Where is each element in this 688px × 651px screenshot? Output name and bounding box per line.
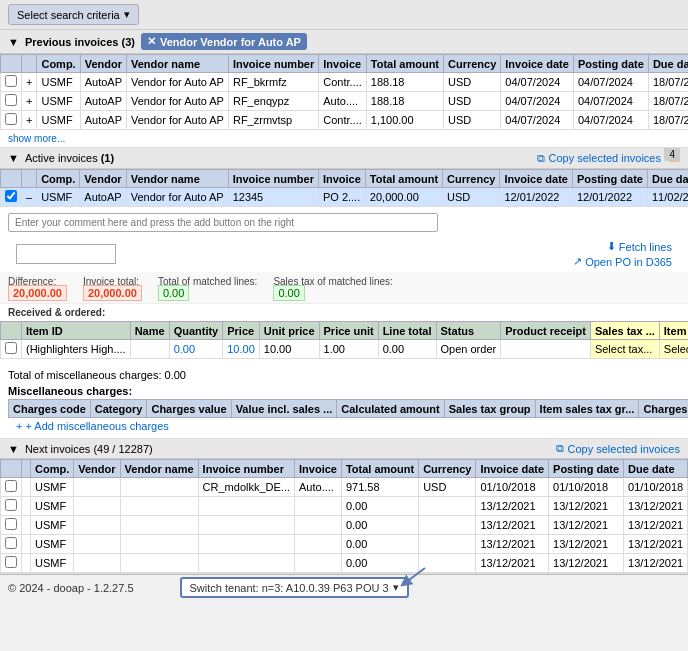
ref-number-input[interactable]: 00020550 [16,244,116,264]
next-invoice-row[interactable]: USMF0.0013/12/202113/12/202113/12/2021 [1,535,689,554]
sales-tax-item: Sales tax of matched lines: 0.00 [273,276,393,299]
active-invoice-row[interactable]: – USMF AutoAP Vendor for Auto AP 12345 P… [1,188,689,207]
item-row: (Highlighters High.... 0.00 10.00 10.00 … [1,340,689,359]
search-criteria-button[interactable]: Select search criteria ▾ [8,4,139,25]
next-cell-3 [74,535,120,554]
item-sales-tax[interactable]: Select tax... [590,340,659,359]
next-cell-11: 13/12/2021 [624,516,688,535]
next-cell-0[interactable] [1,535,22,554]
next-col-inv-num: Invoice number [198,460,294,478]
prev-invoice-row[interactable]: +USMFAutoAPVendor for Auto APRF_enqypzAu… [1,92,689,111]
cell-checkbox[interactable] [1,188,22,207]
item-col-status: Status [436,322,501,340]
col-due-date: Due date [648,55,688,73]
next-cell-6 [295,516,342,535]
next-cell-5 [198,497,294,516]
next-invoice-row[interactable]: USMFCR_mdolkk_DE...Auto....971.58USD01/1… [1,478,689,497]
prev-invoice-row[interactable]: +USMFAutoAPVendor for Auto APRF_bkrmfzCo… [1,73,689,92]
next-cell-10: 13/12/2021 [549,516,624,535]
collapse-icon[interactable]: ▼ [8,36,19,48]
next-cell-2: USMF [31,497,74,516]
next-cell-8 [419,516,476,535]
item-unit-price: 10.00 [259,340,319,359]
prev-cell-0[interactable] [1,73,22,92]
next-col-inv-date: Invoice date [476,460,549,478]
next-cell-5 [198,554,294,573]
col-invoice: Invoice [319,55,367,73]
vendor-filter-tag[interactable]: ✕ Vendor Vendor for Auto AP [141,33,307,50]
col-vendor-name: Vendor name [126,55,228,73]
previous-invoices-section: ▼ Previous invoices (3) ✕ Vendor Vendor … [0,30,688,148]
next-cell-0[interactable] [1,516,22,535]
item-table: Item ID Name Quantity Price Unit price P… [0,321,688,359]
next-invoice-row[interactable]: USMF0.0013/12/202113/12/202113/12/2021 [1,554,689,573]
filter-x-icon[interactable]: ✕ [147,35,156,48]
next-cell-7: 0.00 [341,516,418,535]
next-cell-5 [198,535,294,554]
misc-col-tax-group: Sales tax group [444,400,535,418]
col-vendor: Vendor [80,55,126,73]
search-criteria-label: Select search criteria [17,9,120,21]
item-col-qty: Quantity [169,322,223,340]
svg-line-0 [405,568,425,583]
active-invoices-section: ▼ Active invoices (1) ⧉ Copy selected in… [0,148,688,439]
col-currency: Currency [444,55,501,73]
prev-cell-3: AutoAP [80,92,126,111]
item-col-name: Name [130,322,169,340]
cell-vendor-name: Vendor for Auto AP [126,188,228,207]
col-vendor: Vendor [80,170,126,188]
prev-cell-0[interactable] [1,111,22,130]
copy-next-invoices-button[interactable]: ⧉ Copy selected invoices [556,442,680,455]
active-collapse-icon[interactable]: ▼ [8,152,19,164]
next-cell-2: USMF [31,535,74,554]
prev-cell-4: Vendor for Auto AP [126,111,228,130]
col-pin [22,170,37,188]
next-collapse-icon[interactable]: ▼ [8,443,19,455]
misc-col-value-incl: Value incl. sales ... [231,400,337,418]
comment-input[interactable] [8,213,438,232]
next-cell-3 [74,497,120,516]
prev-invoice-row[interactable]: +USMFAutoAPVendor for Auto APRF_zrmvtspC… [1,111,689,130]
next-cell-7: 0.00 [341,535,418,554]
next-invoice-row[interactable]: USMF0.0013/12/202113/12/202113/12/2021 [1,497,689,516]
next-cell-0[interactable] [1,497,22,516]
next-cell-10: 01/10/2018 [549,478,624,497]
copy-active-invoices-button[interactable]: ⧉ Copy selected invoices [537,152,661,165]
next-cell-5 [198,516,294,535]
item-qty[interactable]: 0.00 [169,340,223,359]
misc-col-item-tax: Item sales tax gr... [535,400,639,418]
next-invoice-row[interactable]: USMF0.0013/12/202113/12/202113/12/2021 [1,516,689,535]
item-checkbox[interactable] [1,340,22,359]
col-total: Total amount [365,170,442,188]
prev-cell-5: RF_bkrmfz [228,73,318,92]
next-cell-0[interactable] [1,478,22,497]
prev-cell-6: Contr.... [319,73,367,92]
show-more-link[interactable]: show more... [0,130,688,147]
switch-tenant-button[interactable]: Switch tenant: n=3: A10.0.39 P63 POU 3 ▾ [180,577,409,598]
item-col-price-unit: Price unit [319,322,378,340]
item-price[interactable]: 10.00 [223,340,260,359]
col-invoice-num: Invoice number [228,170,318,188]
active-invoices-table: Comp. Vendor Vendor name Invoice number … [0,169,688,207]
item-item-sales[interactable]: Select sale... [659,340,688,359]
item-line-total: 0.00 [378,340,436,359]
col-pin [22,55,37,73]
prev-cell-5: RF_zrmvtsp [228,111,318,130]
prev-cell-0[interactable] [1,92,22,111]
col-vendor-name: Vendor name [126,170,228,188]
summary-row: Difference: 20,000.00 Invoice total: 20,… [0,272,688,304]
cell-post-date: 12/01/2022 [572,188,647,207]
prev-cell-1: + [22,111,37,130]
previous-invoices-body: +USMFAutoAPVendor for Auto APRF_bkrmfzCo… [1,73,689,130]
next-cell-6 [295,535,342,554]
cell-comp: USMF [37,188,80,207]
next-cell-9: 13/12/2021 [476,497,549,516]
next-col-checkbox [1,460,22,478]
item-col-sales-tax: Sales tax ... [590,322,659,340]
prev-cell-9: 04/07/2024 [501,73,574,92]
fetch-lines-button[interactable]: ⬇ Fetch lines [607,240,672,253]
prev-cell-8: USD [444,111,501,130]
next-cell-0[interactable] [1,554,22,573]
open-po-button[interactable]: ↗ Open PO in D365 [573,255,672,268]
add-misc-charges-button[interactable]: + + Add miscellaneous charges [8,418,177,434]
